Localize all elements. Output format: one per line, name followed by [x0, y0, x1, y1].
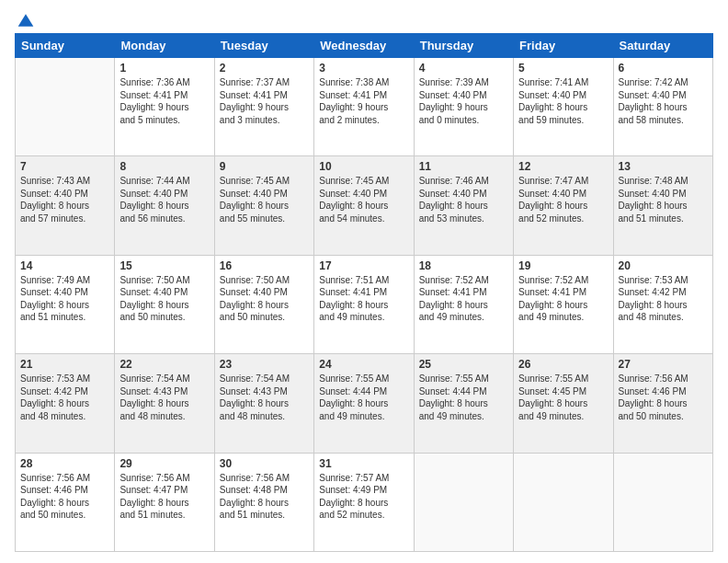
cell-info: Sunrise: 7:52 AM Sunset: 4:41 PM Dayligh… [518, 274, 608, 324]
day-number: 12 [518, 160, 608, 173]
col-header-friday: Friday [514, 34, 613, 58]
day-number: 23 [220, 358, 309, 371]
page: SundayMondayTuesdayWednesdayThursdayFrid… [0, 0, 728, 563]
cell-info: Sunrise: 7:51 AM Sunset: 4:41 PM Dayligh… [319, 274, 408, 324]
calendar-cell: 13Sunrise: 7:48 AM Sunset: 4:40 PM Dayli… [613, 156, 712, 255]
cell-info: Sunrise: 7:56 AM Sunset: 4:46 PM Dayligh… [619, 373, 708, 422]
calendar-cell [613, 453, 712, 551]
calendar-cell: 14Sunrise: 7:49 AM Sunset: 4:40 PM Dayli… [16, 255, 115, 353]
day-number: 15 [119, 259, 209, 272]
day-number: 17 [319, 259, 408, 272]
calendar-cell: 15Sunrise: 7:50 AM Sunset: 4:40 PM Dayli… [115, 255, 214, 353]
day-number: 19 [518, 259, 608, 272]
cell-info: Sunrise: 7:55 AM Sunset: 4:45 PM Dayligh… [518, 373, 608, 422]
calendar-cell [16, 58, 115, 156]
day-number: 6 [619, 62, 708, 75]
day-number: 30 [220, 457, 309, 470]
calendar-cell: 19Sunrise: 7:52 AM Sunset: 4:41 PM Dayli… [514, 255, 613, 353]
calendar-week-2: 7Sunrise: 7:43 AM Sunset: 4:40 PM Daylig… [16, 156, 713, 255]
calendar-week-4: 21Sunrise: 7:53 AM Sunset: 4:42 PM Dayli… [16, 354, 713, 453]
cell-info: Sunrise: 7:50 AM Sunset: 4:40 PM Dayligh… [220, 274, 309, 324]
calendar-cell: 1Sunrise: 7:36 AM Sunset: 4:41 PM Daylig… [115, 58, 214, 156]
calendar-table: SundayMondayTuesdayWednesdayThursdayFrid… [15, 33, 713, 552]
cell-info: Sunrise: 7:46 AM Sunset: 4:40 PM Dayligh… [419, 175, 508, 224]
calendar-cell: 17Sunrise: 7:51 AM Sunset: 4:41 PM Dayli… [314, 255, 414, 353]
header-row: SundayMondayTuesdayWednesdayThursdayFrid… [16, 34, 713, 58]
day-number: 8 [119, 160, 209, 173]
day-number: 26 [518, 358, 608, 371]
col-header-saturday: Saturday [613, 34, 712, 58]
cell-info: Sunrise: 7:53 AM Sunset: 4:42 PM Dayligh… [20, 373, 109, 422]
calendar-cell: 24Sunrise: 7:55 AM Sunset: 4:44 PM Dayli… [314, 354, 414, 453]
day-number: 27 [619, 358, 708, 371]
calendar-cell: 9Sunrise: 7:45 AM Sunset: 4:40 PM Daylig… [214, 156, 313, 255]
calendar-cell: 12Sunrise: 7:47 AM Sunset: 4:40 PM Dayli… [514, 156, 613, 255]
cell-info: Sunrise: 7:56 AM Sunset: 4:46 PM Dayligh… [20, 472, 109, 522]
day-number: 13 [619, 160, 708, 173]
calendar-week-5: 28Sunrise: 7:56 AM Sunset: 4:46 PM Dayli… [16, 453, 713, 551]
logo-icon [17, 11, 35, 29]
day-number: 2 [220, 62, 309, 75]
cell-info: Sunrise: 7:56 AM Sunset: 4:47 PM Dayligh… [119, 472, 209, 522]
calendar-cell: 6Sunrise: 7:42 AM Sunset: 4:40 PM Daylig… [613, 58, 712, 156]
cell-info: Sunrise: 7:43 AM Sunset: 4:40 PM Dayligh… [20, 175, 109, 224]
cell-info: Sunrise: 7:38 AM Sunset: 4:41 PM Dayligh… [319, 76, 408, 126]
calendar-cell [514, 453, 613, 551]
day-number: 9 [220, 160, 309, 173]
cell-info: Sunrise: 7:48 AM Sunset: 4:40 PM Dayligh… [619, 175, 708, 224]
calendar-cell: 22Sunrise: 7:54 AM Sunset: 4:43 PM Dayli… [115, 354, 214, 453]
cell-info: Sunrise: 7:56 AM Sunset: 4:48 PM Dayligh… [220, 472, 309, 522]
logo [15, 11, 35, 26]
day-number: 1 [119, 62, 209, 75]
cell-info: Sunrise: 7:54 AM Sunset: 4:43 PM Dayligh… [119, 373, 209, 422]
calendar-cell: 20Sunrise: 7:53 AM Sunset: 4:42 PM Dayli… [613, 255, 712, 353]
calendar-cell: 29Sunrise: 7:56 AM Sunset: 4:47 PM Dayli… [115, 453, 214, 551]
col-header-tuesday: Tuesday [214, 34, 313, 58]
day-number: 7 [20, 160, 109, 173]
svg-marker-0 [18, 14, 34, 26]
col-header-thursday: Thursday [414, 34, 513, 58]
cell-info: Sunrise: 7:53 AM Sunset: 4:42 PM Dayligh… [619, 274, 708, 324]
cell-info: Sunrise: 7:44 AM Sunset: 4:40 PM Dayligh… [119, 175, 209, 224]
cell-info: Sunrise: 7:57 AM Sunset: 4:49 PM Dayligh… [319, 472, 408, 522]
day-number: 20 [619, 259, 708, 272]
day-number: 18 [419, 259, 508, 272]
day-number: 14 [20, 259, 109, 272]
col-header-sunday: Sunday [16, 34, 115, 58]
day-number: 21 [20, 358, 109, 371]
calendar-cell: 2Sunrise: 7:37 AM Sunset: 4:41 PM Daylig… [214, 58, 313, 156]
logo-text [15, 11, 35, 29]
cell-info: Sunrise: 7:39 AM Sunset: 4:40 PM Dayligh… [419, 76, 508, 126]
cell-info: Sunrise: 7:41 AM Sunset: 4:40 PM Dayligh… [518, 76, 608, 126]
cell-info: Sunrise: 7:37 AM Sunset: 4:41 PM Dayligh… [220, 76, 309, 126]
calendar-cell: 5Sunrise: 7:41 AM Sunset: 4:40 PM Daylig… [514, 58, 613, 156]
day-number: 22 [119, 358, 209, 371]
day-number: 24 [319, 358, 408, 371]
cell-info: Sunrise: 7:55 AM Sunset: 4:44 PM Dayligh… [419, 373, 508, 422]
calendar-cell: 3Sunrise: 7:38 AM Sunset: 4:41 PM Daylig… [314, 58, 414, 156]
calendar-cell: 10Sunrise: 7:45 AM Sunset: 4:40 PM Dayli… [314, 156, 414, 255]
cell-info: Sunrise: 7:45 AM Sunset: 4:40 PM Dayligh… [220, 175, 309, 224]
day-number: 10 [319, 160, 408, 173]
calendar-cell: 31Sunrise: 7:57 AM Sunset: 4:49 PM Dayli… [314, 453, 414, 551]
day-number: 31 [319, 457, 408, 470]
calendar-cell: 4Sunrise: 7:39 AM Sunset: 4:40 PM Daylig… [414, 58, 513, 156]
calendar-cell: 16Sunrise: 7:50 AM Sunset: 4:40 PM Dayli… [214, 255, 313, 353]
day-number: 16 [220, 259, 309, 272]
col-header-wednesday: Wednesday [314, 34, 414, 58]
day-number: 4 [419, 62, 508, 75]
day-number: 25 [419, 358, 508, 371]
cell-info: Sunrise: 7:49 AM Sunset: 4:40 PM Dayligh… [20, 274, 109, 324]
calendar-cell: 25Sunrise: 7:55 AM Sunset: 4:44 PM Dayli… [414, 354, 513, 453]
cell-info: Sunrise: 7:50 AM Sunset: 4:40 PM Dayligh… [119, 274, 209, 324]
calendar-cell [414, 453, 513, 551]
cell-info: Sunrise: 7:45 AM Sunset: 4:40 PM Dayligh… [319, 175, 408, 224]
calendar-cell: 30Sunrise: 7:56 AM Sunset: 4:48 PM Dayli… [214, 453, 313, 551]
calendar-cell: 28Sunrise: 7:56 AM Sunset: 4:46 PM Dayli… [16, 453, 115, 551]
calendar-cell: 21Sunrise: 7:53 AM Sunset: 4:42 PM Dayli… [16, 354, 115, 453]
day-number: 11 [419, 160, 508, 173]
day-number: 5 [518, 62, 608, 75]
calendar-cell: 23Sunrise: 7:54 AM Sunset: 4:43 PM Dayli… [214, 354, 313, 453]
calendar-cell: 27Sunrise: 7:56 AM Sunset: 4:46 PM Dayli… [613, 354, 712, 453]
calendar-week-1: 1Sunrise: 7:36 AM Sunset: 4:41 PM Daylig… [16, 58, 713, 156]
